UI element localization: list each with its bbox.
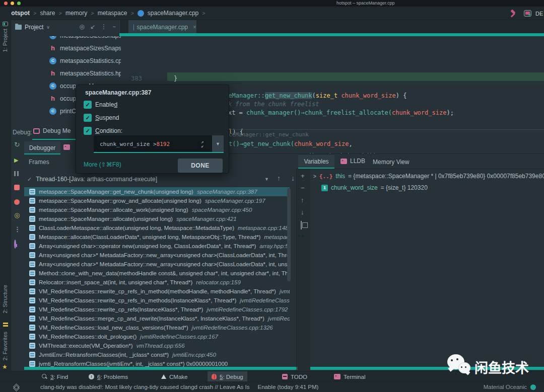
tool-button-find[interactable]: 3: Find <box>38 371 72 382</box>
collapse-all-icon[interactable]: ↙ <box>90 23 95 30</box>
stack-frame-row[interactable]: Method::clone_with_new_data(methodHandle… <box>24 269 290 278</box>
remove-watch-icon[interactable]: − <box>301 184 305 192</box>
hide-panel-icon[interactable]: − <box>112 23 116 30</box>
line-number[interactable]: 383 <box>121 74 142 83</box>
move-down-icon[interactable]: ↓ <box>301 208 304 216</box>
tool-button-debug[interactable]: 5: Debug <box>208 371 247 382</box>
expand-editor-icon[interactable]: ↗↙ <box>201 140 207 148</box>
editor-tab-spacemanager[interactable]: spaceManager.cpp × <box>128 20 196 34</box>
frames-panel-label: Frames <box>29 159 49 166</box>
previous-frame-icon[interactable]: ↑ <box>277 174 281 182</box>
tool-button-cmake[interactable]: CMake <box>157 371 191 382</box>
minimize-window-button[interactable] <box>11 2 14 5</box>
stack-frame-row[interactable]: VM_RedefineClasses::load_new_class_versi… <box>24 323 290 332</box>
stack-frame-icon <box>29 261 35 267</box>
condition-history-dropdown[interactable]: ▼ <box>212 135 224 152</box>
locate-file-icon[interactable]: ◎ <box>79 23 84 30</box>
stack-frame-row[interactable]: metaspace::SpaceManager::allocate_work(u… <box>24 205 290 214</box>
pause-program-icon[interactable] <box>14 171 19 176</box>
tab-memory-view[interactable]: Memory View <box>373 159 409 166</box>
frame-function: VMThread::execute(VM_Operation*) <box>39 343 133 349</box>
stop-icon[interactable] <box>14 185 20 190</box>
view-breakpoints-icon[interactable] <box>14 199 20 205</box>
project-file-row[interactable]: metaspaceSizesSnapshot <box>11 42 121 54</box>
chevron-down-icon[interactable]: ∨ <box>46 25 50 30</box>
condition-input[interactable]: chunk_word_size > 8192 ↗↙ <box>94 135 212 152</box>
resume-program-icon[interactable]: ▶ <box>14 157 18 164</box>
stack-frame-row[interactable]: VMThread::execute(VM_Operation*) vmThrea… <box>24 341 290 350</box>
pin-tab-icon[interactable] <box>14 240 16 249</box>
debug-run-config-icon[interactable] <box>524 10 531 17</box>
tool-button-structure[interactable]: 2: Structure <box>2 285 8 313</box>
stack-frame-row[interactable]: VM_RedefineClasses::rewrite_cp_refs_in_m… <box>24 287 290 296</box>
stack-frame-row[interactable]: Metaspace::allocate(ClassLoaderData*, un… <box>24 232 290 242</box>
stack-frame-row[interactable]: metaspace::SpaceManager::allocate(unsign… <box>24 214 290 223</box>
stack-frame-row[interactable]: metaspace::SpaceManager::get_new_chunk(u… <box>24 187 290 196</box>
expand-chevron-icon[interactable]: > <box>313 174 316 179</box>
stack-frame-row[interactable]: VM_RedefineClasses::merge_cp_and_rewrite… <box>24 314 290 323</box>
horizontal-scrollbar[interactable] <box>24 367 544 370</box>
move-up-icon[interactable]: ↑ <box>301 196 304 204</box>
breadcrumb-file[interactable]: spaceManager.cpp <box>148 10 198 17</box>
stack-frame-row[interactable]: VM_RedefineClasses::rewrite_cp_refs(Inst… <box>24 305 290 314</box>
tab-lldb[interactable]: LLDB <box>341 158 365 165</box>
status-action-link[interactable]: Enable (today 9:41 PM) <box>257 384 318 390</box>
layers-icon[interactable] <box>14 384 19 389</box>
code-line-389-partial: t()→get_new_chunk(chunk_word_size, <box>229 140 353 148</box>
condition-checkbox[interactable]: ✓ <box>84 127 92 135</box>
rerun-icon[interactable]: ↻ <box>14 140 20 148</box>
more-actions-icon[interactable]: ⋮ <box>14 225 21 233</box>
variable-row-this[interactable]: > {..} this = {metaspace::SpaceManager *… <box>313 173 544 180</box>
stack-frame-row[interactable]: Array<unsigned char>* MetadataFactory::n… <box>24 251 290 260</box>
debugger-tab[interactable]: Debugger <box>24 141 60 154</box>
console-tab[interactable] <box>63 144 70 151</box>
chevron-right-icon: > <box>202 10 205 16</box>
stack-frame-row[interactable]: Array<unsigned char>::operator new(unsig… <box>24 242 290 251</box>
stack-frame-row[interactable]: Relocator::insert_space_at(int, int, uns… <box>24 278 290 287</box>
session-tab-label: Debug Me <box>43 127 71 134</box>
project-file-row[interactable]: metaspaceStatistics.hpp <box>11 67 121 80</box>
breadcrumb-item[interactable]: share <box>40 10 55 17</box>
stack-frame-row[interactable]: Array<unsigned char>* MetadataFactory::n… <box>24 260 290 269</box>
project-file-row[interactable]: metaspaceStatistics.cpp <box>11 54 121 67</box>
tool-button-terminal[interactable]: Terminal <box>330 371 369 382</box>
copy-icon[interactable] <box>301 221 302 229</box>
debug-session-label: Debug: <box>13 129 32 136</box>
zoom-window-button[interactable] <box>17 2 21 5</box>
breadcrumb-item[interactable]: memory <box>65 10 87 17</box>
project-panel-title[interactable]: Project <box>25 24 43 31</box>
build-hammer-icon[interactable] <box>510 10 518 18</box>
project-panel-header: Project ∨ ◎ ↙ ⋮ − <box>11 20 121 34</box>
debug-session-tab[interactable]: Debug Me <box>33 127 71 134</box>
tool-button-problems[interactable]: ! 6: Problems <box>85 371 132 382</box>
done-button[interactable]: DONE <box>178 159 223 173</box>
frame-location: relocator.cpp:159 <box>196 279 240 285</box>
thread-selector[interactable]: ✓ Thread-160-[Java: arthas-command-execu… <box>24 173 272 185</box>
more-options-link[interactable]: More (⇧⌘F8) <box>84 161 121 168</box>
enabled-checkbox[interactable]: ✓ <box>84 101 92 109</box>
close-tab-icon[interactable]: × <box>193 24 196 31</box>
stack-frame-row[interactable]: VM_RedefineClasses::doit_prologue() jvmt… <box>24 332 290 341</box>
stack-frame-row[interactable]: metaspace::SpaceManager::grow_and_alloca… <box>24 196 290 205</box>
close-window-button[interactable] <box>4 2 8 5</box>
add-watch-icon[interactable]: + <box>301 172 305 180</box>
todo-icon <box>282 374 288 379</box>
mute-breakpoints-icon[interactable]: ◎ <box>14 211 20 219</box>
variable-row-chunk-word-size[interactable]: 1 chunk_word_size = {size_t} 120320 <box>321 184 428 191</box>
suspend-checkbox[interactable]: ✓ <box>84 114 92 122</box>
variable-value: = {metaspace::SpaceManager * | 0x7f85eb7… <box>348 173 544 180</box>
tab-variables[interactable]: Variables <box>298 155 334 168</box>
theme-name[interactable]: Material Oceanic <box>484 384 527 390</box>
tool-button-project[interactable]: 1: Project <box>2 29 8 52</box>
more-options-icon[interactable]: ⋮ <box>101 23 107 30</box>
next-frame-icon[interactable]: ↓ <box>291 174 295 182</box>
active-tab-underline <box>24 153 60 154</box>
tool-button-todo[interactable]: TODO <box>278 371 311 382</box>
breadcrumb-item[interactable]: metaspace <box>98 10 127 17</box>
stack-frame-row[interactable]: VM_RedefineClasses::rewrite_cp_refs_in_m… <box>24 296 290 305</box>
tool-button-favorites[interactable]: 2: Favorites <box>2 332 8 360</box>
stack-frame-row[interactable]: ClassLoaderMetaspace::allocate(unsigned … <box>24 223 290 232</box>
stack-frame-row[interactable]: JvmtiEnv::RetransformClasses(int, _jclas… <box>24 350 290 359</box>
project-file-row[interactable]: metaspaceSizesSnapshot <box>11 36 121 42</box>
frames-scrollbar[interactable] <box>287 188 291 281</box>
